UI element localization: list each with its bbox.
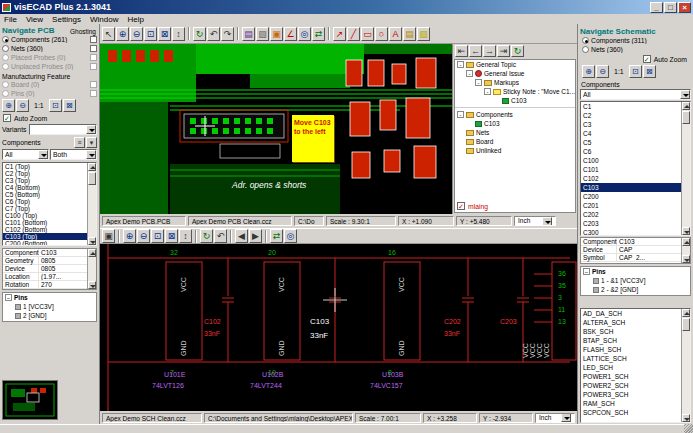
expander-icon[interactable] [457,129,464,136]
dropdown-arrow-icon[interactable] [38,150,48,159]
zoom-fit-icon[interactable]: ⊠ [63,99,76,112]
cross-probe-icon[interactable]: ⇄ [312,27,325,41]
scroll-up-icon[interactable] [682,309,690,317]
toolbar-separator[interactable] [230,230,232,243]
expander-icon[interactable]: - [457,111,464,118]
component-list-item[interactable]: C7 (Top) [3,205,87,212]
ghosting-checkbox[interactable] [90,90,97,97]
markup-line-icon[interactable]: ╱ [347,27,360,41]
zoom-in-icon[interactable]: ⊕ [2,99,15,112]
pan-icon[interactable]: ↕ [172,27,185,41]
previous-view-icon[interactable]: ↶ [214,229,227,243]
scrollbar[interactable] [681,309,690,422]
measure-icon[interactable]: ∠ [284,27,297,41]
markup-tree-item[interactable]: C103 [455,96,575,105]
scroll-up-icon[interactable] [682,238,690,246]
sheet-list-item[interactable]: RAM_SCH [581,399,681,408]
ghosting-checkbox[interactable] [90,36,97,43]
zoom-out-icon[interactable]: ⊖ [596,65,609,78]
component-list-item[interactable]: C101 [581,165,681,174]
component-list-item[interactable]: C300 [581,228,681,235]
toolbar-separator[interactable] [195,230,197,243]
expander-icon[interactable]: − [5,294,12,301]
expander-icon[interactable]: − [583,268,590,275]
search-icon[interactable]: ◎ [284,229,297,243]
pcb-overview-preview[interactable] [2,380,58,420]
menu-item[interactable]: Window [90,15,118,24]
scroll-up-icon[interactable] [88,163,96,171]
component-list-item[interactable]: C2 (Top) [3,170,87,177]
expander-icon[interactable]: - [457,61,464,68]
ghosting-checkbox[interactable] [90,81,97,88]
component-list-item[interactable]: C6 [581,147,681,156]
next-markup-icon[interactable]: → [483,45,496,57]
sheet-list-item[interactable]: POWER1_SCH [581,372,681,381]
component-list-item[interactable]: C6 (Top) [3,198,87,205]
variants-dropdown[interactable] [29,124,97,135]
dropdown-arrow-icon[interactable] [542,217,552,226]
previous-markup-icon[interactable]: ← [469,45,482,57]
sticky-note-icon[interactable]: ▤ [403,27,416,41]
sheet-list-item[interactable]: POWER2_SCH [581,381,681,390]
markup-tree-item[interactable]: - General Issue [455,69,575,78]
sheet-list-item[interactable]: LATTICE_SCH [581,354,681,363]
expander-icon[interactable] [457,147,464,154]
schematic-units-dropdown[interactable]: Inch [535,413,575,423]
manufacturing-row[interactable]: Board (0) [0,80,99,89]
scrollbar[interactable] [87,249,96,289]
expander-icon[interactable]: - [466,70,473,77]
scroll-up-icon[interactable] [682,102,690,110]
next-view-icon[interactable]: ↷ [221,27,234,41]
menu-item[interactable]: View [26,15,43,24]
cross-probe-icon[interactable]: ⇄ [270,229,283,243]
component-list-item[interactable]: C102 (Bottom) [3,226,87,233]
sticky-note-markup[interactable]: Move C103 to the left [292,115,334,162]
schematic-filter-row[interactable]: Nets (360) [580,45,691,54]
markup-highlight-icon[interactable]: ▨ [417,27,430,41]
print-icon[interactable]: ▣ [102,229,115,243]
toolbar-separator[interactable] [118,230,120,243]
dropdown-arrow-icon[interactable] [86,150,96,159]
scrollbar[interactable] [681,102,690,235]
component-list-item[interactable]: C103 (Top) [3,233,87,240]
pcb-filter-row[interactable]: Nets (360) [0,44,99,53]
ghosting-checkbox[interactable] [90,63,97,70]
pin-item[interactable]: 1 - &1 [VCC3V] [581,276,690,285]
highlight-icon[interactable]: ▣ [270,27,283,41]
dropdown-arrow-icon[interactable] [680,90,690,99]
pcb-filter-row[interactable]: Placed Probes (0) [0,53,99,62]
menu-item[interactable]: Help [127,15,143,24]
zoom-out-icon[interactable]: ⊖ [16,99,29,112]
component-list-item[interactable]: C1 [581,102,681,111]
pcb-filter-row[interactable]: Components (261) [0,35,99,44]
sheet-list-item[interactable]: ALTERA_SCH [581,318,681,327]
links-tree-item[interactable]: Unlinked [455,146,575,155]
component-list-item[interactable]: C100 (Top) [3,212,87,219]
auto-zoom-checkbox[interactable]: ✓ [643,55,651,63]
refresh-markup-icon[interactable]: ↻ [511,45,524,57]
component-list-item[interactable]: C4 [581,129,681,138]
sheet-list-item[interactable]: BSK_SCH [581,327,681,336]
dropdown-arrow-icon[interactable] [86,125,96,134]
zoom-window-icon[interactable]: ⊡ [144,27,157,41]
toolbar-separator[interactable] [188,27,190,40]
sheet-list-item[interactable]: POWER3_SCH [581,390,681,399]
scroll-down-icon[interactable] [88,237,96,245]
zoom-window-icon[interactable]: ⊡ [629,65,642,78]
close-button[interactable]: × [678,2,691,13]
links-tree-item[interactable]: C103 [455,119,575,128]
pcb-units-dropdown[interactable]: Inch [514,216,556,226]
scroll-down-icon[interactable] [682,255,690,263]
expander-icon[interactable] [493,97,500,104]
markup-text-icon[interactable]: A [389,27,402,41]
zoom-out-icon[interactable]: ⊖ [130,27,143,41]
zoom-in-icon[interactable]: ⊕ [123,229,136,243]
pin-item[interactable]: 1 [VCC3V] [3,302,96,311]
select-arrow-icon[interactable]: ↖ [102,27,115,41]
component-list-item[interactable]: C3 (Top) [3,177,87,184]
title-bar[interactable]: visECAD Plus 2.1.3041 _ □ × [0,0,693,14]
zoom-out-icon[interactable]: ⊖ [137,229,150,243]
zoom-window-icon[interactable]: ⊡ [151,229,164,243]
markup-ellipse-icon[interactable]: ○ [375,27,388,41]
minimize-button[interactable]: _ [650,2,663,13]
